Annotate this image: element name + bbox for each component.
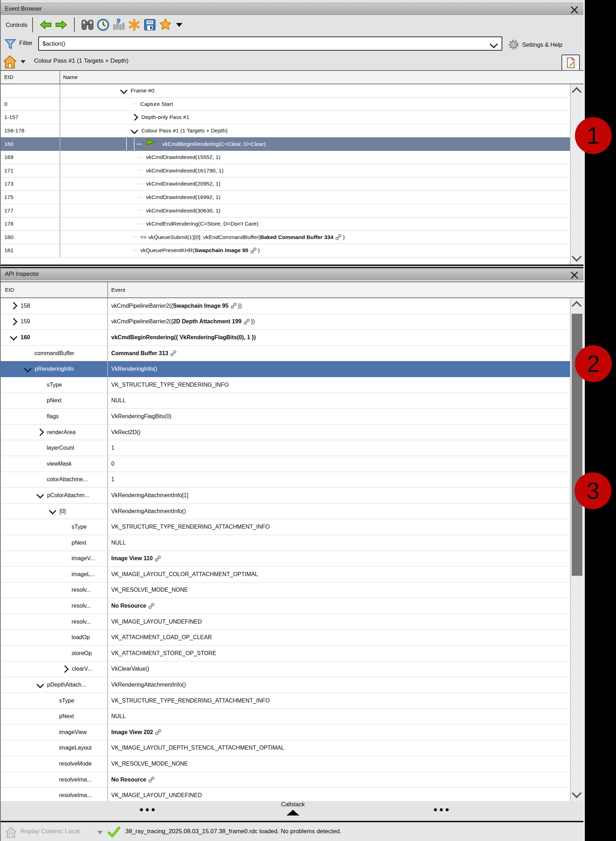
chevron-down-icon[interactable]: [49, 507, 56, 514]
event-browser-titlebar[interactable]: Event Browser: [1, 3, 584, 15]
chevron-down-icon[interactable]: [10, 333, 18, 341]
forward-arrow-icon[interactable]: [53, 17, 69, 32]
api-row[interactable]: colorAttachme...1: [1, 472, 570, 488]
home-icon[interactable]: [3, 55, 16, 69]
scroll-up-icon[interactable]: [572, 87, 582, 97]
edit-filter-button[interactable]: [562, 54, 580, 71]
api-row[interactable]: imageV...Image View 110: [1, 551, 570, 567]
cell-text: VK_IMAGE_LAYOUT_UNDEFINED: [111, 792, 202, 799]
event-eid-cell: 160: [1, 138, 60, 151]
event-row[interactable]: 160 vkCmdBeginRendering(C=Clear, D=Clear…: [1, 138, 570, 151]
bookmark-star-icon[interactable]: [158, 17, 173, 32]
time-clock-icon[interactable]: [95, 17, 111, 32]
event-row[interactable]: 158-178Colour Pass #1 (1 Targets + Depth…: [1, 124, 570, 138]
cell-text: Swapchain Image 95: [173, 303, 229, 309]
chevron-right-icon[interactable]: [131, 114, 138, 120]
api-event-cell: VkRenderingInfo(): [108, 366, 570, 372]
api-row[interactable]: sTypeVK_STRUCTURE_TYPE_RENDERING_ATTACHM…: [1, 519, 570, 535]
save-floppy-icon[interactable]: [142, 17, 158, 32]
scroll-up-icon[interactable]: [572, 301, 582, 311]
chevron-down-icon[interactable]: [490, 40, 498, 48]
settings-help-label: Settings & Help: [522, 41, 563, 48]
event-row[interactable]: 175vkCmdDrawIndexed(16992, 1): [1, 191, 570, 204]
back-arrow-icon[interactable]: [38, 17, 53, 32]
api-row[interactable]: pNextNULL: [1, 393, 570, 409]
api-row[interactable]: pRenderingInfoVkRenderingInfo(): [1, 361, 570, 377]
column-header-eid[interactable]: EID: [1, 282, 108, 297]
api-row[interactable]: pNextNULL: [1, 535, 570, 551]
api-row[interactable]: sTypeVK_STRUCTURE_TYPE_RENDERING_ATTACHM…: [1, 693, 570, 709]
close-icon[interactable]: [571, 5, 578, 12]
api-row[interactable]: resolv...VK_RESOLVE_MODE_NONE: [1, 583, 570, 598]
api-row[interactable]: loadOpVK_ATTACHMENT_LOAD_OP_CLEAR: [1, 630, 570, 646]
chevron-down-icon[interactable]: [37, 491, 44, 498]
api-row[interactable]: imageL...VK_IMAGE_LAYOUT_COLOR_ATTACHMEN…: [1, 567, 570, 583]
chevron-down-icon[interactable]: [120, 88, 128, 94]
dock-handle-right[interactable]: •••: [434, 804, 451, 816]
chevron-right-icon[interactable]: [61, 665, 69, 673]
settings-help-button[interactable]: Settings & Help: [508, 39, 563, 50]
api-row[interactable]: imageViewImage View 202: [1, 724, 570, 740]
event-browser-scrollbar[interactable]: [570, 84, 584, 265]
find-binoculars-icon[interactable]: [80, 17, 95, 32]
api-row[interactable]: [0]VkRenderingAttachmentInfo(): [1, 504, 570, 519]
api-eid-cell: pColorAttachm...: [1, 488, 108, 503]
callstack-tab[interactable]: Callstack: [263, 801, 323, 816]
event-row[interactable]: 1-157Depth-only Pass #1: [1, 111, 570, 124]
api-row[interactable]: 160vkCmdBeginRendering({ VkRenderingFlag…: [1, 330, 570, 346]
api-row[interactable]: resolveIma...VK_IMAGE_LAYOUT_UNDEFINED: [1, 788, 570, 801]
event-row[interactable]: Frame #0: [1, 84, 570, 98]
api-row[interactable]: imageLayoutVK_IMAGE_LAYOUT_DEPTH_STENCIL…: [1, 740, 570, 756]
api-row[interactable]: layerCount1: [1, 440, 570, 456]
api-row[interactable]: 159vkCmdPipelineBarrier2({ 2D Depth Atta…: [1, 314, 570, 330]
api-row[interactable]: pNextNULL: [1, 709, 570, 724]
scroll-down-icon[interactable]: [572, 788, 582, 798]
api-row[interactable]: pColorAttachm...VkRenderingAttachmentInf…: [1, 488, 570, 504]
replay-context-selector[interactable]: Replay Context: Local: [21, 828, 79, 835]
timings-histogram-icon[interactable]: [111, 17, 126, 32]
api-row[interactable]: sTypeVK_STRUCTURE_TYPE_RENDERING_INFO: [1, 377, 570, 393]
column-header-name[interactable]: Name: [60, 74, 584, 81]
chevron-down-icon[interactable]: [97, 831, 103, 834]
link-icon: [155, 729, 161, 736]
event-row[interactable]: 169vkCmdDrawIndexed(15552, 1): [1, 151, 570, 164]
event-name-cell: vkCmdEndRendering(C=Store, D=Don't Care): [60, 221, 570, 227]
event-row[interactable]: 180=> vkQueueSubmit(1)[0]: vkEndCommandB…: [1, 231, 570, 244]
api-row[interactable]: resolv...No Resource: [1, 598, 570, 614]
resource-usage-asterisk-icon[interactable]: [126, 17, 142, 32]
chevron-right-icon[interactable]: [10, 318, 18, 325]
column-header-event[interactable]: Event: [108, 287, 584, 293]
api-row[interactable]: flagsVkRenderingFlagBits(0): [1, 409, 570, 425]
chevron-down-icon[interactable]: [24, 365, 32, 372]
panel-splitter[interactable]: [1, 265, 584, 268]
event-row[interactable]: 171vkCmdDrawIndexed(161790, 1): [1, 164, 570, 178]
event-row[interactable]: 177vkCmdDrawIndexed(30630, 1): [1, 204, 570, 217]
chevron-down-icon[interactable]: [37, 681, 44, 688]
api-row[interactable]: 158vkCmdPipelineBarrier2({ Swapchain Ima…: [1, 298, 570, 314]
api-row[interactable]: pDepthAttach...VkRenderingAttachmentInfo…: [1, 677, 570, 693]
api-row[interactable]: renderAreaVkRect2D(): [1, 425, 570, 441]
chevron-down-icon[interactable]: [131, 127, 138, 134]
api-row[interactable]: storeOpVK_ATTACHMENT_STORE_OP_STORE: [1, 646, 570, 661]
chevron-right-icon[interactable]: [10, 302, 18, 309]
event-row[interactable]: 178vkCmdEndRendering(C=Store, D=Don't Ca…: [1, 217, 570, 231]
event-row[interactable]: 173vkCmdDrawIndexed(20952, 1): [1, 177, 570, 191]
controls-menu-button[interactable]: Controls: [6, 22, 27, 28]
dropdown-caret-icon[interactable]: [176, 23, 182, 27]
api-row[interactable]: viewMask0: [1, 456, 570, 472]
api-row[interactable]: resolveIma...No Resource: [1, 772, 570, 788]
column-header-eid[interactable]: EID: [1, 71, 60, 84]
api-row[interactable]: clearV...VkClearValue(): [1, 661, 570, 677]
api-row[interactable]: resolveModeVK_RESOLVE_MODE_NONE: [1, 756, 570, 772]
close-icon[interactable]: [571, 271, 578, 278]
dock-handle-left[interactable]: •••: [139, 804, 157, 816]
chevron-right-icon[interactable]: [37, 428, 44, 436]
api-row[interactable]: resolv...VK_IMAGE_LAYOUT_UNDEFINED: [1, 614, 570, 630]
filter-input[interactable]: $action(): [38, 37, 502, 51]
event-row[interactable]: 0Capture Start: [1, 98, 570, 111]
scroll-down-icon[interactable]: [572, 252, 582, 262]
api-inspector-titlebar[interactable]: API Inspector: [1, 268, 584, 280]
event-row[interactable]: 181vkQueuePresentKHR( Swapchain Image 95…: [1, 244, 570, 258]
api-row[interactable]: commandBufferCommand Buffer 313: [1, 346, 570, 362]
breadcrumb-caret-icon[interactable]: [21, 60, 25, 63]
